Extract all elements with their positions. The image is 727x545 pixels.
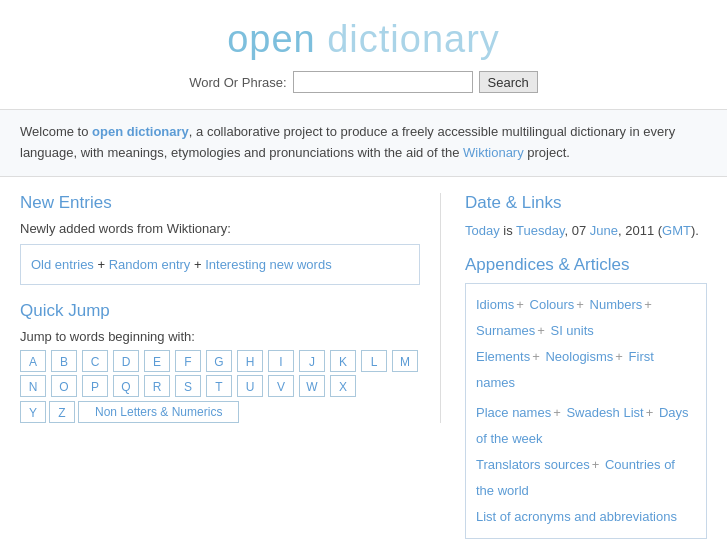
june-link[interactable]: June (590, 223, 618, 238)
letter-K[interactable]: K (330, 350, 356, 372)
letter-H[interactable]: H (237, 350, 263, 372)
welcome-text-before: Welcome to (20, 124, 92, 139)
welcome-banner: Welcome to open dictionary, a collaborat… (0, 110, 727, 177)
search-label: Word Or Phrase: (189, 75, 286, 90)
letter-V[interactable]: V (268, 375, 294, 397)
idioms-link[interactable]: Idioms (476, 297, 514, 312)
site-title: open dictionary (0, 18, 727, 61)
date-links-text: Today is Tuesday, 07 June, 2011 (GMT). (465, 221, 707, 242)
appendices-box: Idioms+ Colours+ Numbers+ Surnames+ SI u… (465, 283, 707, 539)
welcome-open: open (92, 124, 123, 139)
date-links-heading: Date & Links (465, 193, 707, 213)
non-letters-row: Y Z Non Letters & Numerics (20, 401, 420, 423)
old-entries-link[interactable]: Old entries (31, 257, 94, 272)
letter-U[interactable]: U (237, 375, 263, 397)
si-link[interactable]: SI units (550, 323, 593, 338)
letter-I[interactable]: I (268, 350, 294, 372)
quick-jump-heading: Quick Jump (20, 301, 420, 321)
elements-link[interactable]: Elements (476, 349, 530, 364)
new-entries-desc: Newly added words from Wiktionary: (20, 221, 420, 236)
letter-P[interactable]: P (82, 375, 108, 397)
quick-jump-desc: Jump to words beginning with: (20, 329, 420, 344)
today-link[interactable]: Today (465, 223, 500, 238)
quick-jump: Quick Jump Jump to words beginning with:… (20, 301, 420, 423)
letter-B[interactable]: B (51, 350, 77, 372)
non-letters-link[interactable]: Non Letters & Numerics (78, 401, 239, 423)
letter-T[interactable]: T (206, 375, 232, 397)
letter-R[interactable]: R (144, 375, 170, 397)
title-dict: dictionary (316, 18, 500, 60)
letter-L[interactable]: L (361, 350, 387, 372)
letter-grid: A B C D E F G H I J K L M N O P Q R S T (20, 350, 420, 397)
appendices-row4: Translators sources+ Countries of the wo… (476, 452, 696, 504)
place-names-link[interactable]: Place names (476, 405, 551, 420)
interesting-link[interactable]: Interesting new words (205, 257, 331, 272)
letter-Z[interactable]: Z (49, 401, 75, 423)
appendices-row2: Elements+ Neologisms+ First names (476, 344, 696, 396)
appendices-heading: Appendices & Articles (465, 255, 707, 275)
swadesh-link[interactable]: Swadesh List (566, 405, 643, 420)
neologisms-link[interactable]: Neologisms (545, 349, 613, 364)
letter-J[interactable]: J (299, 350, 325, 372)
tuesday-link[interactable]: Tuesday (516, 223, 564, 238)
search-button[interactable]: Search (479, 71, 538, 93)
welcome-dictionary: dictionary (127, 124, 189, 139)
main-content: New Entries Newly added words from Wikti… (0, 177, 727, 545)
new-entries-heading: New Entries (20, 193, 420, 213)
search-input[interactable] (293, 71, 473, 93)
letter-W[interactable]: W (299, 375, 325, 397)
header: open dictionary Word Or Phrase: Search (0, 0, 727, 110)
letter-N[interactable]: N (20, 375, 46, 397)
gmt-link[interactable]: GMT (662, 223, 691, 238)
numbers-link[interactable]: Numbers (590, 297, 643, 312)
letter-G[interactable]: G (206, 350, 232, 372)
wiktionary-link[interactable]: Wiktionary (463, 145, 524, 160)
random-entry-link[interactable]: Random entry (109, 257, 191, 272)
letter-E[interactable]: E (144, 350, 170, 372)
welcome-text-end: project. (524, 145, 570, 160)
new-entries-box: Old entries + Random entry + Interesting… (20, 244, 420, 285)
appendices-row3: Place names+ Swadesh List+ Days of the w… (476, 400, 696, 452)
letter-A[interactable]: A (20, 350, 46, 372)
letter-Q[interactable]: Q (113, 375, 139, 397)
letter-O[interactable]: O (51, 375, 77, 397)
letter-D[interactable]: D (113, 350, 139, 372)
translators-link[interactable]: Translators sources (476, 457, 590, 472)
letter-S[interactable]: S (175, 375, 201, 397)
appendices-row1: Idioms+ Colours+ Numbers+ Surnames+ SI u… (476, 292, 696, 344)
colours-link[interactable]: Colours (530, 297, 575, 312)
left-column: New Entries Newly added words from Wikti… (20, 193, 441, 423)
acronyms-link[interactable]: List of acronyms and abbreviations (476, 509, 677, 524)
letter-Y[interactable]: Y (20, 401, 46, 423)
appendices-row5: List of acronyms and abbreviations (476, 504, 696, 530)
letter-M[interactable]: M (392, 350, 418, 372)
search-bar: Word Or Phrase: Search (0, 71, 727, 93)
title-open: open (227, 18, 316, 60)
letter-X[interactable]: X (330, 375, 356, 397)
letter-C[interactable]: C (82, 350, 108, 372)
surnames-link[interactable]: Surnames (476, 323, 535, 338)
right-column: Date & Links Today is Tuesday, 07 June, … (441, 193, 707, 545)
letter-F[interactable]: F (175, 350, 201, 372)
